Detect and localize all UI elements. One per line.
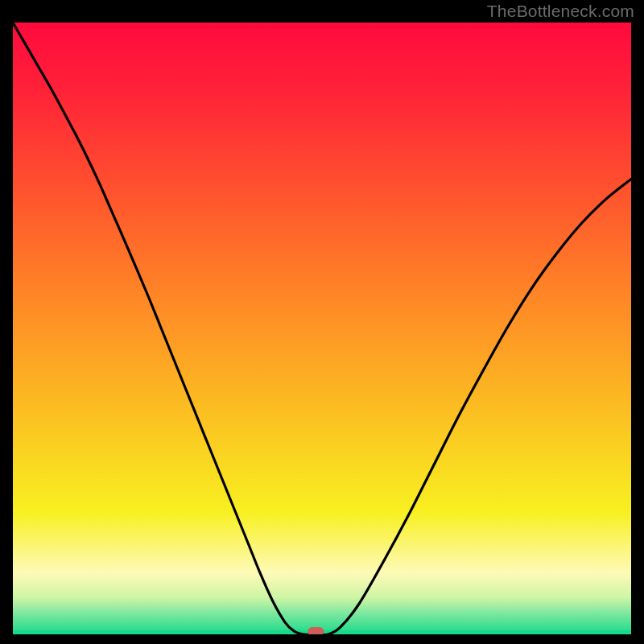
optimal-point-marker (308, 627, 324, 634)
watermark-text: TheBottleneck.com (487, 2, 634, 21)
chart-frame: TheBottleneck.com (0, 0, 644, 644)
bottleneck-chart (13, 23, 631, 634)
plot-area (13, 23, 631, 634)
background-gradient (13, 23, 631, 634)
